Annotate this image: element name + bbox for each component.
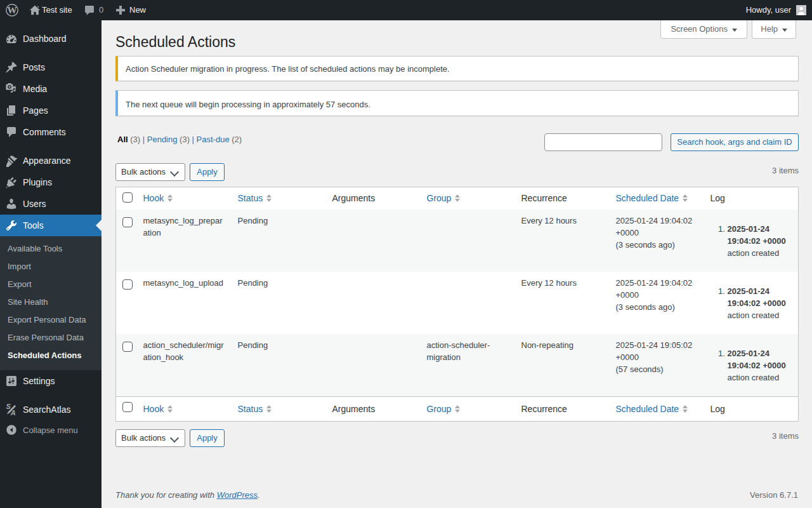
svg-text:W: W — [7, 4, 17, 15]
svg-text:A: A — [10, 409, 16, 416]
